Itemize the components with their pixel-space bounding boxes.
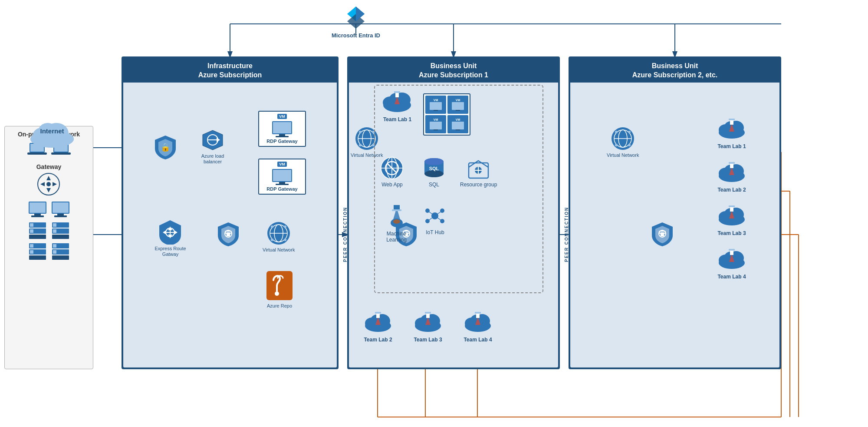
svg-rect-66 [54, 215, 67, 217]
internet-cloud: Internet [26, 115, 78, 152]
svg-rect-100 [279, 134, 285, 136]
svg-rect-64 [53, 202, 69, 213]
rdp-gateway-1-label: RDP Gateway [266, 139, 297, 144]
svg-point-209 [628, 144, 631, 146]
svg-rect-70 [30, 229, 33, 233]
svg-point-161 [424, 170, 444, 177]
svg-rect-99 [273, 122, 291, 133]
team-lab-3-bu2-label: Team Lab 3 [717, 230, 746, 236]
svg-point-133 [359, 144, 362, 146]
svg-rect-105 [276, 184, 289, 185]
svg-point-162 [424, 158, 444, 165]
gateway-icon [37, 172, 61, 196]
svg-rect-170 [392, 209, 401, 211]
svg-rect-104 [279, 182, 285, 184]
svg-point-120 [271, 225, 273, 228]
team-lab-2-bu2: Team Lab 2 [716, 159, 747, 193]
svg-rect-195 [425, 312, 431, 314]
team-lab-1-bu1-label: Team Lab 1 [383, 116, 411, 122]
svg-rect-85 [53, 250, 56, 254]
svg-rect-73 [53, 223, 56, 227]
svg-point-123 [271, 238, 273, 241]
infra-subscription-box: Infrastructure Azure Subscription [122, 56, 339, 369]
peer-connection-2: PEER CONNECTION [562, 169, 571, 300]
load-balancer-label: Azure load balancer [197, 153, 228, 165]
entra-id-icon: Microsoft Entra ID [330, 4, 382, 39]
svg-point-172 [393, 219, 400, 224]
team-lab-3-bu1: Team Lab 3 [412, 308, 444, 343]
svg-rect-81 [29, 255, 46, 260]
server-icon-4 [51, 242, 70, 261]
svg-rect-71 [29, 235, 46, 239]
svg-rect-151 [456, 129, 460, 130]
sql-label: SQL [429, 182, 439, 188]
svg-rect-61 [34, 214, 41, 215]
iot-hub-label: IoT Hub [426, 229, 444, 235]
svg-rect-234 [729, 205, 735, 207]
rdp-gateway-2-label: RDP Gateway [266, 186, 297, 192]
team-lab-1-bu2: Team Lab 1 [716, 115, 747, 149]
team-lab-1-bu2-label: Team Lab 1 [717, 143, 746, 149]
bu2-shield [651, 222, 674, 248]
vm-grid-bu1: VM VM VM VM [423, 93, 470, 136]
svg-rect-101 [276, 136, 289, 137]
svg-rect-80 [30, 250, 33, 254]
express-route: Express Route Gatway [154, 219, 187, 257]
diagram-container: Microsoft Entra ID Infrastructure Azure … [0, 0, 868, 427]
virtual-network-infra-label: Virtual Network [263, 247, 295, 252]
team-lab-4-bu2-label: Team Lab 4 [717, 274, 746, 280]
svg-marker-55 [46, 188, 51, 192]
svg-rect-147 [456, 110, 460, 111]
svg-rect-148 [430, 122, 442, 129]
svg-rect-60 [30, 202, 46, 213]
svg-point-130 [359, 131, 362, 133]
svg-rect-76 [52, 235, 69, 239]
desktop-icon-1 [28, 201, 47, 219]
svg-rect-143 [394, 91, 400, 93]
entra-id-label: Microsoft Entra ID [332, 32, 380, 39]
web-app-label: Web App [381, 182, 402, 188]
bu1-title: Business Unit Azure Subscription 1 [348, 57, 559, 83]
svg-rect-68 [30, 223, 33, 227]
svg-rect-188 [375, 312, 381, 314]
svg-rect-241 [729, 249, 735, 251]
team-lab-2-bu1: Team Lab 2 [362, 308, 394, 343]
svg-point-122 [284, 238, 286, 241]
desktop-icon-2 [51, 201, 70, 219]
svg-text:🔒: 🔒 [161, 142, 171, 152]
express-route-label: Express Route Gatway [154, 246, 187, 257]
svg-rect-86 [52, 255, 69, 260]
virtual-network-infra: Virtual Network [263, 221, 295, 252]
internet-label: Internet [26, 127, 78, 135]
infra-title: Infrastructure Azure Subscription [122, 57, 338, 83]
svg-rect-83 [53, 244, 56, 248]
svg-marker-57 [53, 182, 57, 186]
svg-point-125 [275, 291, 279, 296]
azure-repo: Azure Repo [265, 269, 294, 308]
machine-learning-label: Machine Learning [380, 231, 413, 243]
virtual-network-bu2: Virtual Network [607, 126, 639, 158]
server-icon-1 [28, 222, 47, 240]
svg-rect-150 [452, 122, 464, 129]
svg-rect-220 [729, 119, 735, 120]
sql-icon: SQL SQL [423, 156, 445, 188]
team-lab-2-bu2-label: Team Lab 2 [717, 187, 746, 193]
svg-rect-75 [53, 229, 56, 233]
svg-point-210 [615, 144, 618, 146]
svg-point-58 [46, 182, 51, 186]
svg-rect-169 [394, 205, 400, 209]
peer-connection-1: PEER CONNECTION [341, 169, 349, 300]
svg-point-121 [284, 225, 286, 228]
rdp-gateway-2: VM RDP Gateway [258, 159, 306, 195]
svg-rect-202 [475, 312, 481, 314]
svg-rect-78 [30, 244, 33, 248]
svg-point-208 [628, 131, 631, 133]
resource-group: Resource group [460, 156, 497, 188]
svg-rect-144 [430, 102, 442, 110]
bu2-subscription-box: Business Unit Azure Subscription 2, etc. [569, 56, 781, 369]
load-balancer: Azure load balancer [197, 128, 228, 165]
team-lab-2-bu1-label: Team Lab 2 [364, 337, 392, 343]
team-lab-4-bu1-label: Team Lab 4 [464, 337, 492, 343]
team-lab-4-bu1: Team Lab 4 [462, 308, 493, 343]
gateway-label: Gateway [36, 163, 62, 170]
